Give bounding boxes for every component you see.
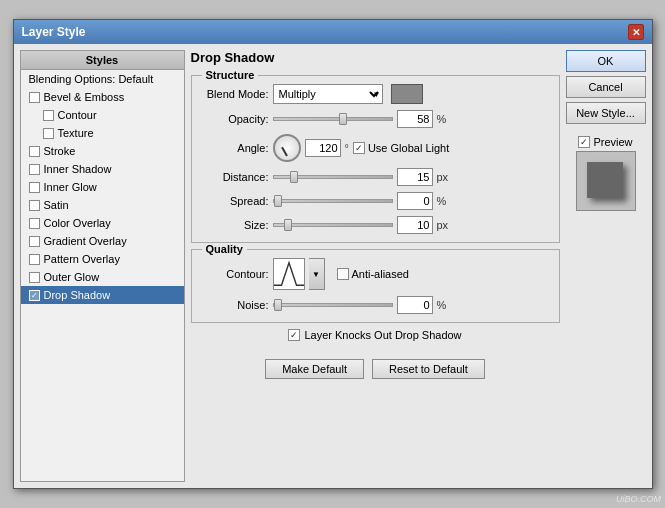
sidebar-item-satin[interactable]: Satin [21, 196, 184, 214]
structure-title: Structure [202, 69, 259, 81]
distance-input[interactable] [397, 168, 433, 186]
angle-label: Angle: [204, 142, 269, 154]
distance-row: Distance: px [204, 168, 547, 186]
sidebar-item-texture[interactable]: Texture [21, 124, 184, 142]
right-panel: OK Cancel New Style... Preview [566, 50, 646, 482]
preview-thumbnail [576, 151, 636, 211]
sidebar-item-pattern-overlay[interactable]: Pattern Overlay [21, 250, 184, 268]
sidebar-item-gradient-overlay[interactable]: Gradient Overlay [21, 232, 184, 250]
distance-slider[interactable] [273, 175, 393, 179]
contour-row: Contour: ▼ Anti-aliased [204, 258, 547, 290]
sidebar-item-color-overlay[interactable]: Color Overlay [21, 214, 184, 232]
noise-row: Noise: % [204, 296, 547, 314]
color-overlay-checkbox[interactable] [29, 218, 40, 229]
size-thumb[interactable] [284, 219, 292, 231]
bevel-emboss-checkbox[interactable] [29, 92, 40, 103]
pattern-overlay-checkbox[interactable] [29, 254, 40, 265]
distance-thumb[interactable] [290, 171, 298, 183]
close-button[interactable]: ✕ [628, 24, 644, 40]
pattern-overlay-label: Pattern Overlay [44, 253, 120, 265]
gradient-overlay-checkbox[interactable] [29, 236, 40, 247]
texture-checkbox[interactable] [43, 128, 54, 139]
knock-out-row: Layer Knocks Out Drop Shadow [191, 329, 560, 341]
knock-out-checkbox[interactable] [288, 329, 300, 341]
global-light-label: Use Global Light [368, 142, 449, 154]
opacity-slider[interactable] [273, 117, 393, 121]
bottom-buttons: Make Default Reset to Default [191, 359, 560, 379]
opacity-unit: % [437, 113, 447, 125]
sidebar-item-inner-shadow[interactable]: Inner Shadow [21, 160, 184, 178]
global-light-checkbox[interactable] [353, 142, 365, 154]
blending-options-label: Blending Options: Default [29, 73, 154, 85]
angle-input[interactable] [305, 139, 341, 157]
spread-row: Spread: % [204, 192, 547, 210]
stroke-label: Stroke [44, 145, 76, 157]
opacity-row: Opacity: % [204, 110, 547, 128]
anti-alias-checkbox[interactable] [337, 268, 349, 280]
styles-header: Styles [21, 51, 184, 70]
contour-checkbox[interactable] [43, 110, 54, 121]
noise-label: Noise: [204, 299, 269, 311]
sidebar-item-inner-glow[interactable]: Inner Glow [21, 178, 184, 196]
spread-input[interactable] [397, 192, 433, 210]
sidebar-item-blending-options[interactable]: Blending Options: Default [21, 70, 184, 88]
drop-shadow-label: Drop Shadow [44, 289, 111, 301]
dialog-title: Layer Style [22, 25, 86, 39]
sidebar-item-drop-shadow[interactable]: Drop Shadow [21, 286, 184, 304]
reset-default-button[interactable]: Reset to Default [372, 359, 485, 379]
cancel-button[interactable]: Cancel [566, 76, 646, 98]
drop-shadow-checkbox[interactable] [29, 290, 40, 301]
left-panel: Styles Blending Options: Default Bevel &… [20, 50, 185, 482]
opacity-label: Opacity: [204, 113, 269, 125]
distance-label: Distance: [204, 171, 269, 183]
noise-input[interactable] [397, 296, 433, 314]
outer-glow-checkbox[interactable] [29, 272, 40, 283]
angle-unit: ° [345, 142, 349, 154]
spread-slider[interactable] [273, 199, 393, 203]
spread-unit: % [437, 195, 447, 207]
sidebar-item-bevel-emboss[interactable]: Bevel & Emboss [21, 88, 184, 106]
make-default-button[interactable]: Make Default [265, 359, 364, 379]
global-light-container: Use Global Light [353, 142, 449, 154]
noise-slider[interactable] [273, 303, 393, 307]
opacity-input[interactable] [397, 110, 433, 128]
drop-shadow-title: Drop Shadow [191, 50, 560, 65]
blend-mode-select[interactable]: Multiply Normal Screen [273, 84, 383, 104]
inner-shadow-checkbox[interactable] [29, 164, 40, 175]
preview-inner [587, 162, 623, 198]
sidebar-item-stroke[interactable]: Stroke [21, 142, 184, 160]
preview-label: Preview [593, 136, 632, 148]
angle-row: Angle: ° Use Global Light [204, 134, 547, 162]
preview-checkbox[interactable] [578, 136, 590, 148]
contour-dropdown[interactable]: ▼ [309, 258, 325, 290]
stroke-checkbox[interactable] [29, 146, 40, 157]
satin-label: Satin [44, 199, 69, 211]
blend-mode-row: Blend Mode: Multiply Normal Screen [204, 84, 547, 104]
distance-unit: px [437, 171, 449, 183]
bevel-emboss-label: Bevel & Emboss [44, 91, 125, 103]
knock-out-label: Layer Knocks Out Drop Shadow [304, 329, 461, 341]
inner-glow-checkbox[interactable] [29, 182, 40, 193]
blend-mode-color-swatch[interactable] [391, 84, 423, 104]
sidebar-item-contour[interactable]: Contour [21, 106, 184, 124]
texture-label: Texture [58, 127, 94, 139]
opacity-thumb[interactable] [339, 113, 347, 125]
angle-dial[interactable] [273, 134, 301, 162]
size-input[interactable] [397, 216, 433, 234]
noise-thumb[interactable] [274, 299, 282, 311]
size-slider[interactable] [273, 223, 393, 227]
ok-button[interactable]: OK [566, 50, 646, 72]
spread-thumb[interactable] [274, 195, 282, 207]
contour-label: Contour [58, 109, 97, 121]
size-row: Size: px [204, 216, 547, 234]
contour-preview[interactable] [273, 258, 305, 290]
quality-section: Quality Contour: ▼ Anti-aliased [191, 249, 560, 323]
structure-section: Structure Blend Mode: Multiply Normal Sc… [191, 75, 560, 243]
satin-checkbox[interactable] [29, 200, 40, 211]
sidebar-item-outer-glow[interactable]: Outer Glow [21, 268, 184, 286]
blend-mode-select-wrapper[interactable]: Multiply Normal Screen [273, 84, 383, 104]
inner-shadow-label: Inner Shadow [44, 163, 112, 175]
size-label: Size: [204, 219, 269, 231]
anti-alias-label: Anti-aliased [352, 268, 409, 280]
new-style-button[interactable]: New Style... [566, 102, 646, 124]
